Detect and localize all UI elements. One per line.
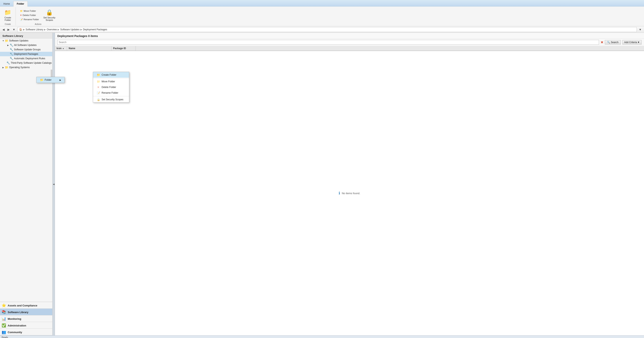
submenu-move-folder-label: Move Folder xyxy=(102,80,115,83)
context-menu-overlay[interactable]: 📁 Folder ▶ 📁 Create Folder 📁 Move Folder… xyxy=(0,0,644,338)
submenu-rename-folder-label: Rename Folder xyxy=(102,91,118,94)
submenu-set-security-label: Set Security Scopes xyxy=(102,98,124,101)
create-folder-icon: 📁 xyxy=(96,73,100,76)
context-menu-folder-label: Folder xyxy=(45,78,52,81)
folder-submenu-arrow: ▶ xyxy=(60,79,61,81)
submenu-delete-folder-label: Delete Folder xyxy=(102,86,116,89)
move-folder-sm-icon: 📁 xyxy=(96,80,100,83)
submenu-separator xyxy=(93,78,129,78)
submenu-create-folder[interactable]: 📁 Create Folder xyxy=(93,72,129,78)
rename-folder-sm-icon: 📝 xyxy=(96,91,100,94)
submenu-separator-2 xyxy=(93,96,129,96)
folder-context-icon: 📁 xyxy=(40,78,44,82)
submenu-rename-folder[interactable]: 📝 Rename Folder xyxy=(93,90,129,96)
set-security-sm-icon: 🔒 xyxy=(96,98,100,101)
submenu-delete-folder[interactable]: ✕ Delete Folder xyxy=(93,84,129,90)
context-menu-folder-item[interactable]: 📁 Folder ▶ xyxy=(36,77,64,83)
submenu: 📁 Create Folder 📁 Move Folder ✕ Delete F… xyxy=(93,72,129,103)
context-menu: 📁 Folder ▶ xyxy=(36,77,64,83)
submenu-set-security-scopes[interactable]: 🔒 Set Security Scopes xyxy=(93,97,129,102)
submenu-move-folder[interactable]: 📁 Move Folder xyxy=(93,79,129,84)
submenu-create-folder-label: Create Folder xyxy=(102,73,116,76)
delete-folder-sm-icon: ✕ xyxy=(96,86,100,89)
